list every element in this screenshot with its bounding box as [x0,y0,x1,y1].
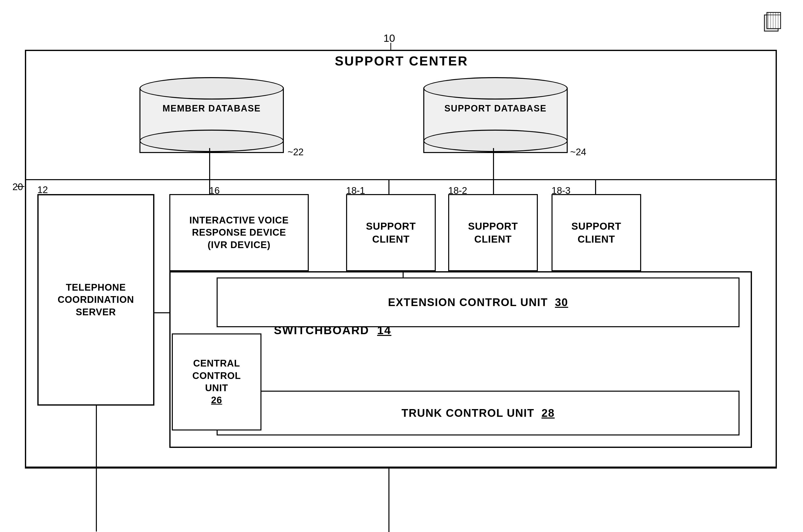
support-client-3-box: SUPPORT CLIENT [551,194,641,271]
divider-line [25,179,777,180]
ivr-label: INTERACTIVE VOICE RESPONSE DEVICE (IVR D… [189,214,289,251]
page: 10 SUPPORT CENTER 20 MEMBER DATABASE ~22 [0,0,803,532]
support-db-label-line1: SUPPORT DATABASE [424,103,567,114]
member-db-label-line1: MEMBER DATABASE [141,103,283,114]
line-support-db [493,148,494,180]
support-client-2-box: SUPPORT CLIENT [448,194,538,271]
member-database: MEMBER DATABASE [140,77,284,153]
line-tcs-ext-bottom [96,467,97,532]
ccu-label: CENTRAL CONTROL UNIT 26 [193,357,241,406]
tcs-label: TELEPHONE COORDINATION SERVER [58,281,134,318]
support-client-3-label: SUPPORT CLIENT [571,220,621,246]
bottom-external-line [25,468,777,469]
ref-20-label: 20 [13,182,23,192]
ref-12-label: 12 [37,185,48,195]
line-connector-ext [403,271,404,278]
extension-label: EXTENSION CONTROL UNIT 30 [388,296,568,308]
line-sc1-bottom-ext [388,468,389,532]
ref-26-label: 26 [193,394,241,406]
ref-24-label: ~24 [570,147,586,157]
ref-30-label: 30 [555,296,568,308]
cylinder-bottom-member [140,130,284,152]
cylinder-top-member [140,77,284,99]
support-client-1-box: SUPPORT CLIENT [346,194,436,271]
support-client-2-label: SUPPORT CLIENT [468,220,518,246]
line-tcs-switchboard [154,312,170,313]
line-sc2-up [493,179,494,195]
line-sc3-up [595,179,596,195]
central-control-unit-box: CENTRAL CONTROL UNIT 26 [172,334,261,431]
ref-20-arrow [17,186,24,187]
support-database: SUPPORT DATABASE [423,77,568,153]
ref-22-label: ~22 [288,147,304,157]
ref-10-label: 10 [383,32,395,44]
trunk-label: TRUNK CONTROL UNIT 28 [401,407,554,419]
trunk-control-unit-box: TRUNK CONTROL UNIT 28 [217,391,740,435]
extension-control-unit-box: EXTENSION CONTROL UNIT 30 [217,278,740,327]
cylinder-bottom-support [423,130,568,152]
cylinder-top-support [423,77,568,99]
support-center-label: SUPPORT CENTER [0,54,803,69]
support-client-1-label: SUPPORT CLIENT [366,220,416,246]
line-tcs-bottom-ext [96,405,97,469]
line-member-db [209,148,210,180]
line-sc1-up [388,179,389,195]
ref-28-label: 28 [542,407,555,419]
telephone-coordination-server-box: TELEPHONE COORDINATION SERVER [37,194,154,405]
patent-icon [763,10,783,32]
ivr-device-box: INTERACTIVE VOICE RESPONSE DEVICE (IVR D… [169,194,309,271]
